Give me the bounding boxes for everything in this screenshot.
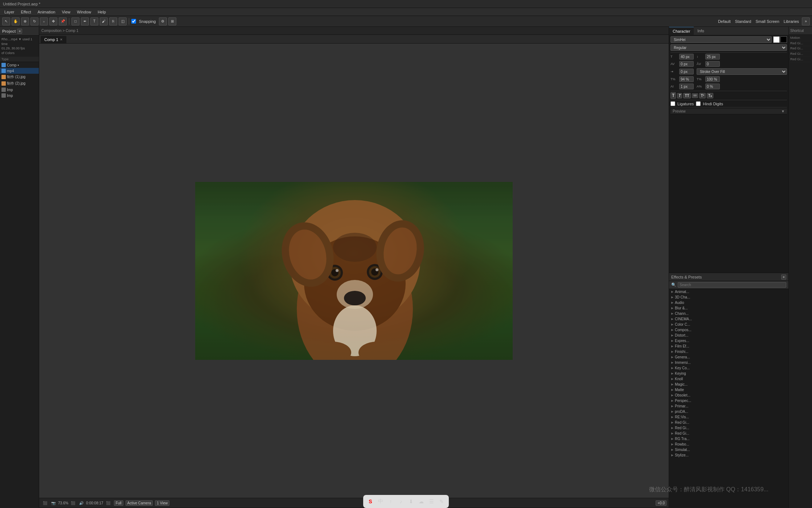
hand-tool-btn[interactable]: ✋ <box>12 17 20 25</box>
preview-btn-3[interactable]: ⬛ <box>69 500 77 506</box>
font-name-dropdown[interactable]: SimHei <box>670 36 772 43</box>
preview-quality-dropdown[interactable]: Full <box>114 500 123 506</box>
selection-tool-btn[interactable]: ↖ <box>2 17 10 25</box>
effects-item-filmef[interactable]: ▶Film Ef... <box>669 344 788 349</box>
effects-menu-btn[interactable]: ≡ <box>781 275 786 280</box>
effects-item-blur[interactable]: ▶Blur &... <box>669 305 788 311</box>
text-tool-btn[interactable]: T <box>90 17 98 25</box>
shortcut-item-motion[interactable]: Motion <box>790 36 811 41</box>
effects-item-magic[interactable]: ▶Magic... <box>669 382 788 387</box>
preview-overlay-btn[interactable]: +0.0 <box>656 500 667 506</box>
menu-layer[interactable]: Layer <box>1 9 17 15</box>
menu-animation[interactable]: Animation <box>34 9 58 15</box>
preview-btn-5[interactable]: ⬛ <box>104 500 112 506</box>
rotate-tool-btn[interactable]: ↻ <box>30 17 38 25</box>
workspace-small-screen[interactable]: Small Screen <box>754 19 780 24</box>
preview-view-dropdown[interactable]: 1 View <box>155 500 169 506</box>
taskbar-icon-down[interactable]: ⬇ <box>407 497 415 506</box>
bold-btn[interactable]: T <box>670 92 676 99</box>
zoom-tool-btn[interactable]: ⊕ <box>21 17 29 25</box>
effects-item-compos[interactable]: ▶Compos... <box>669 327 788 333</box>
menu-view[interactable]: View <box>59 9 73 15</box>
opacity-input[interactable] <box>679 76 694 82</box>
preview-section-header[interactable]: Preview ▼ <box>670 109 787 114</box>
shortcut-item-redgi-1[interactable]: Red Gi... <box>790 41 811 46</box>
italic-btn[interactable]: T <box>677 93 682 98</box>
mask-tool-btn[interactable]: □ <box>71 17 79 25</box>
stroke-fill-dropdown[interactable]: Stroke Over Fill <box>697 68 787 75</box>
small-caps-btn[interactable]: TT <box>692 93 698 98</box>
camera-tool-btn[interactable]: ⬦ <box>40 17 48 25</box>
project-item-mp4[interactable]: mp4 <box>0 68 39 74</box>
shortcut-item-redgi-2[interactable]: Red Gi... <box>790 46 811 52</box>
preview-btn-4[interactable]: 🔊 <box>78 500 85 506</box>
effects-item-simulat[interactable]: ▶Simulat... <box>669 447 788 452</box>
project-menu-btn[interactable]: ≡ <box>17 29 22 34</box>
font-style-dropdown[interactable]: Regular <box>670 44 787 51</box>
caps-btn[interactable]: TT <box>683 93 690 98</box>
effects-item-colorc[interactable]: ▶Color C... <box>669 322 788 327</box>
superscript-btn[interactable]: T² <box>699 93 705 98</box>
effects-item-redgi-1[interactable]: ▶Red Gi... <box>669 420 788 425</box>
fill-color-swatch[interactable] <box>773 36 780 43</box>
comp-tab-1[interactable]: Comp 1 ✕ <box>41 36 66 43</box>
effects-item-proda[interactable]: ▶proDA... <box>669 409 788 414</box>
effects-item-genera[interactable]: ▶Genera... <box>669 354 788 360</box>
effects-item-cinema[interactable]: ▶CINEMA... <box>669 316 788 322</box>
workspace-expand-btn[interactable]: » <box>802 17 810 25</box>
taskbar-icon-music[interactable]: ♪ <box>397 497 405 506</box>
effects-item-audio[interactable]: ▶Audio <box>669 300 788 305</box>
subscript-btn[interactable]: T₂ <box>707 93 713 98</box>
comp-tab-1-close[interactable]: ✕ <box>60 38 63 41</box>
project-item-imp2[interactable]: Imp <box>0 93 39 98</box>
stroke-size-input[interactable] <box>705 54 720 60</box>
ai-input[interactable] <box>679 84 694 89</box>
effects-item-stylize[interactable]: ▶Stylize... <box>669 452 788 458</box>
effects-item-rowbo[interactable]: ▶Rowbo... <box>669 442 788 447</box>
pen-tool-btn[interactable]: ✒ <box>81 17 89 25</box>
project-item-imp1[interactable]: Imp <box>0 87 39 93</box>
effects-item-perspec[interactable]: ▶Perspec... <box>669 398 788 403</box>
effects-item-expres[interactable]: ▶Expres... <box>669 338 788 344</box>
tracking-input[interactable] <box>705 61 720 67</box>
workspace-libraries[interactable]: Libraries <box>782 19 800 24</box>
pan-tool-btn[interactable]: ✥ <box>49 17 57 25</box>
clone-tool-btn[interactable]: ⎘ <box>109 17 117 25</box>
puppet-tool-btn[interactable]: 📌 <box>59 17 67 25</box>
snapping-options-btn[interactable]: ⚙ <box>159 17 167 25</box>
workspace-standard[interactable]: Standard <box>734 19 753 24</box>
tab-info[interactable]: Info <box>694 27 708 35</box>
menu-help[interactable]: Help <box>95 9 109 15</box>
effects-item-matte[interactable]: ▶Matte <box>669 387 788 393</box>
effects-item-keying[interactable]: ▶Keying <box>669 371 788 376</box>
effects-item-animat[interactable]: ▶Animat... <box>669 289 788 294</box>
shortcut-item-redgi-3[interactable]: Red Gi... <box>790 52 811 57</box>
kerning-input[interactable] <box>679 61 694 67</box>
project-item-img2[interactable]: 制作 (2).jpg <box>0 80 39 87</box>
project-item-comp[interactable]: Comp • <box>0 62 39 68</box>
hindi-digits-checkbox[interactable] <box>696 101 701 106</box>
taskbar-icon-s[interactable]: S <box>366 497 375 506</box>
ligatures-checkbox[interactable] <box>670 101 675 106</box>
menu-window[interactable]: Window <box>74 9 94 15</box>
snapping-checkbox[interactable] <box>131 19 136 24</box>
effects-item-obsolet[interactable]: ▶Obsolet... <box>669 393 788 398</box>
effects-item-3dcha[interactable]: ▶3D Cha... <box>669 294 788 300</box>
eraser-tool-btn[interactable]: ◫ <box>119 17 127 25</box>
brush-tool-btn[interactable]: 🖌 <box>100 17 108 25</box>
indent-input[interactable] <box>679 69 694 74</box>
effects-search-input[interactable] <box>678 282 786 288</box>
menu-effect[interactable]: Effect <box>18 9 34 15</box>
effects-item-revis[interactable]: ▶RE:Vis... <box>669 414 788 420</box>
shortcut-item-redgi-4[interactable]: Red Gi... <box>790 57 811 62</box>
effects-item-chann[interactable]: ▶Chann... <box>669 311 788 316</box>
preview-btn-1[interactable]: ⬛ <box>41 500 49 506</box>
effects-item-redgi-2[interactable]: ▶Red Gi... <box>669 425 788 431</box>
effects-item-distort[interactable]: ▶Distort... <box>669 333 788 338</box>
taskbar-icon-cloud[interactable]: ☁ <box>417 497 426 506</box>
project-item-img1[interactable]: 制作 (1).jpg <box>0 74 39 80</box>
taskbar-icon-menu[interactable]: ☰ <box>427 497 436 506</box>
effects-item-finish[interactable]: ▶Finishi... <box>669 349 788 354</box>
stroke-opacity-input[interactable] <box>705 76 720 82</box>
effects-item-keyco[interactable]: ▶Key Co... <box>669 365 788 371</box>
